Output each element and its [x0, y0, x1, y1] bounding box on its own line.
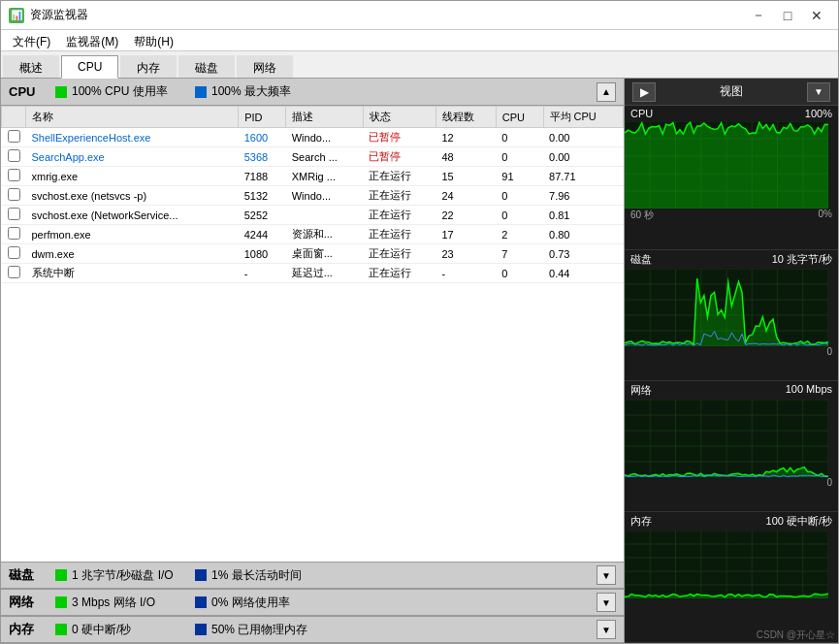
- col-desc[interactable]: 描述: [286, 107, 363, 128]
- network-graph-title: 网络: [630, 383, 652, 398]
- cpu-section-header[interactable]: CPU 100% CPU 使用率 100% 最大频率 ▲: [1, 79, 624, 106]
- row-cpu: 0: [496, 206, 543, 225]
- row-cpu: 2: [496, 225, 543, 244]
- tab-network[interactable]: 网络: [237, 55, 293, 78]
- disk-collapse-btn[interactable]: ▼: [597, 565, 616, 585]
- table-row[interactable]: ShellExperienceHost.exe 1600 Windo... 已暂…: [2, 128, 624, 147]
- row-status: 正在运行: [363, 264, 436, 283]
- network-collapse-btn[interactable]: ▼: [597, 593, 616, 612]
- menu-help[interactable]: 帮助(H): [126, 32, 181, 48]
- col-cpu[interactable]: CPU: [496, 107, 543, 128]
- left-panel: CPU 100% CPU 使用率 100% 最大频率 ▲: [1, 79, 625, 643]
- disk-graph-time: 0: [625, 346, 838, 359]
- table-row[interactable]: xmrig.exe 7188 XMRig ... 正在运行 15 91 87.7…: [2, 167, 624, 186]
- window-title: 资源监视器: [30, 7, 88, 23]
- col-name[interactable]: 名称: [26, 107, 239, 128]
- row-checkbox[interactable]: [2, 225, 26, 244]
- titlebar-left: 📊 资源监视器: [9, 7, 88, 23]
- table-row[interactable]: svchost.exe (netsvcs -p) 5132 Windo... 正…: [2, 186, 624, 206]
- menubar: 文件(F) 监视器(M) 帮助(H): [1, 30, 838, 51]
- tab-disk[interactable]: 磁盘: [178, 55, 235, 78]
- row-cpu: 0: [496, 147, 543, 167]
- tab-overview[interactable]: 概述: [3, 55, 59, 78]
- memory-used-indicator: [195, 624, 207, 635]
- row-desc: Windo...: [286, 128, 363, 147]
- row-checkbox[interactable]: [2, 264, 26, 283]
- row-pid: 1080: [239, 244, 286, 264]
- row-status: 正在运行: [363, 186, 436, 206]
- row-checkbox[interactable]: [2, 167, 26, 186]
- col-checkbox: [2, 107, 26, 128]
- row-name: 系统中断: [26, 264, 239, 283]
- titlebar-controls: － □ ✕: [745, 6, 830, 25]
- row-desc: 资源和...: [286, 225, 363, 244]
- maximize-button[interactable]: □: [774, 6, 801, 25]
- disk-section-header[interactable]: 磁盘 1 兆字节/秒磁盘 I/O 1% 最长活动时间 ▼: [1, 562, 624, 589]
- network-stats: 3 Mbps 网络 I/O 0% 网络使用率: [55, 595, 589, 611]
- minimize-button[interactable]: －: [745, 6, 772, 25]
- row-name: dwm.exe: [26, 244, 239, 264]
- memory-stat2: 50% 已用物理内存: [195, 622, 331, 638]
- network-section-header[interactable]: 网络 3 Mbps 网络 I/O 0% 网络使用率 ▼: [1, 589, 624, 616]
- memory-collapse-btn[interactable]: ▼: [597, 620, 616, 639]
- row-desc: Search ...: [286, 147, 363, 167]
- cpu-graph-title: CPU: [630, 108, 653, 119]
- menu-file[interactable]: 文件(F): [5, 32, 58, 48]
- row-avg-cpu: 0.81: [543, 206, 623, 225]
- cpu-graph-value: 100%: [805, 108, 832, 119]
- tab-cpu[interactable]: CPU: [61, 55, 118, 79]
- disk-graph-label: 磁盘 10 兆字节/秒: [625, 250, 838, 269]
- row-cpu: 7: [496, 244, 543, 264]
- table-row[interactable]: dwm.exe 1080 桌面窗... 正在运行 23 7 0.73: [2, 244, 624, 264]
- row-desc: 延迟过...: [286, 264, 363, 283]
- disk-stat2: 1% 最长活动时间: [195, 567, 331, 584]
- memory-section-header[interactable]: 内存 0 硬中断/秒 50% 已用物理内存 ▼: [1, 616, 624, 643]
- tab-memory[interactable]: 内存: [120, 55, 177, 78]
- col-status[interactable]: 状态: [363, 107, 436, 128]
- close-button[interactable]: ✕: [803, 6, 830, 25]
- cpu-stat1: 100% CPU 使用率: [55, 83, 191, 100]
- col-pid[interactable]: PID: [239, 107, 286, 128]
- process-table: 名称 PID 描述 状态 线程数 CPU 平均 CPU ShellExperie…: [1, 106, 624, 562]
- memory-used-text: 50% 已用物理内存: [211, 622, 307, 638]
- network-graph-block: 网络 100 Mbps 0: [625, 381, 838, 512]
- row-cpu: 0: [496, 128, 543, 147]
- network-graph-canvas: [625, 400, 828, 477]
- network-graph-time: 0: [625, 477, 838, 490]
- row-checkbox[interactable]: [2, 244, 26, 264]
- memory-graph-canvas: [625, 531, 828, 598]
- disk-io-text: 1 兆字节/秒磁盘 I/O: [72, 567, 174, 584]
- col-threads[interactable]: 线程数: [436, 107, 496, 128]
- row-name: ShellExperienceHost.exe: [26, 128, 239, 147]
- network-stat2: 0% 网络使用率: [195, 595, 331, 611]
- disk-active-indicator: [195, 569, 207, 581]
- row-checkbox[interactable]: [2, 128, 26, 147]
- row-status: 已暂停: [363, 128, 436, 147]
- row-checkbox[interactable]: [2, 186, 26, 206]
- row-checkbox[interactable]: [2, 147, 26, 167]
- table-row[interactable]: perfmon.exe 4244 资源和... 正在运行 17 2 0.80: [2, 225, 624, 244]
- table-row[interactable]: SearchApp.exe 5368 Search ... 已暂停 48 0 0…: [2, 147, 624, 167]
- menu-monitor[interactable]: 监视器(M): [58, 32, 126, 48]
- row-checkbox[interactable]: [2, 206, 26, 225]
- cpu-graph-block: CPU 100% 60 秒 0%: [625, 106, 838, 250]
- network-usage-indicator: [195, 596, 207, 608]
- col-avg-cpu[interactable]: 平均 CPU: [543, 107, 623, 128]
- table-row[interactable]: 系统中断 - 延迟过... 正在运行 - 0 0.44: [2, 264, 624, 283]
- table-row[interactable]: svchost.exe (NetworkService... 5252 正在运行…: [2, 206, 624, 225]
- disk-stat1: 1 兆字节/秒磁盘 I/O: [55, 567, 191, 584]
- row-threads: -: [436, 264, 496, 283]
- disk-title: 磁盘: [9, 566, 48, 584]
- disk-time-right: 0: [826, 346, 832, 357]
- row-status: 正在运行: [363, 167, 436, 186]
- watermark: CSDN @开心星☆: [757, 628, 835, 642]
- right-dropdown-btn[interactable]: ▼: [807, 82, 830, 102]
- network-graph-label: 网络 100 Mbps: [625, 381, 838, 400]
- network-time-right: 0: [826, 477, 832, 488]
- cpu-collapse-btn[interactable]: ▲: [597, 82, 616, 102]
- row-cpu: 0: [496, 186, 543, 206]
- right-view-title: 视图: [656, 83, 807, 100]
- disk-graph-value: 10 兆字节/秒: [772, 252, 832, 267]
- cpu-graph-canvas: [625, 121, 828, 209]
- right-nav-btn[interactable]: ▶: [632, 82, 656, 102]
